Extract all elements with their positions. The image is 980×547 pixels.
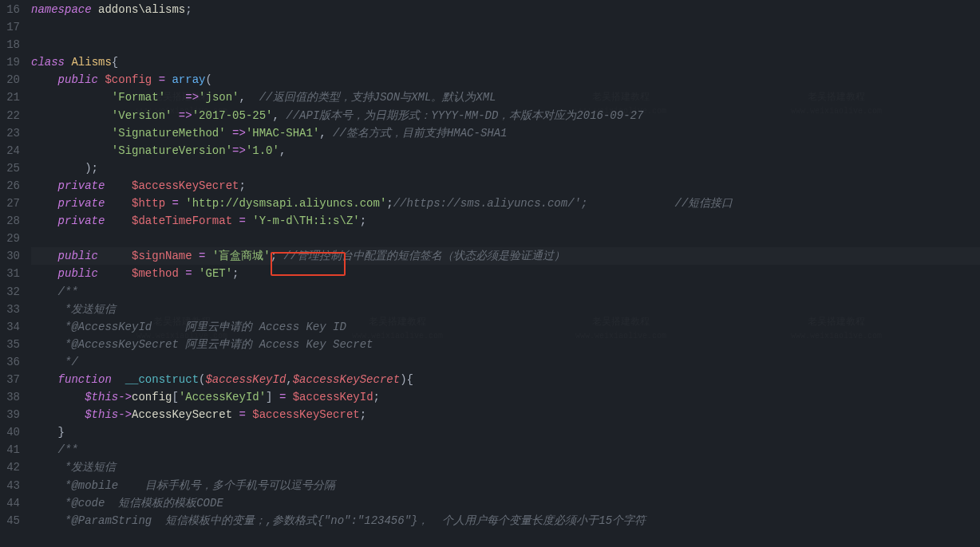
- code-line: [31, 230, 980, 247]
- code-line: *@AccessKeyId 阿里云申请的 Access Key ID: [31, 318, 980, 336]
- code-line: public $config = array(: [31, 71, 980, 89]
- line-number: 39: [0, 406, 20, 423]
- line-number: 38: [0, 388, 20, 406]
- code-line: [31, 36, 980, 53]
- line-number: 26: [0, 177, 20, 195]
- line-number: 24: [0, 142, 20, 159]
- code-line: /**: [31, 283, 980, 301]
- code-line: 'SignatureMethod' =>'HMAC-SHA1', //签名方式，…: [31, 124, 980, 142]
- line-number: 18: [0, 36, 20, 53]
- code-line: */: [31, 353, 980, 371]
- code-line: $this->config['AccessKeyId'] = $accessKe…: [31, 388, 980, 406]
- code-line: *@AccessKeySecret 阿里云申请的 Access Key Secr…: [31, 336, 980, 353]
- code-line: [31, 18, 980, 36]
- code-line: 'Format' =>'json', //返回值的类型，支持JSON与XML。默…: [31, 89, 980, 106]
- line-number: 28: [0, 212, 20, 230]
- code-line: class Alisms{: [31, 53, 980, 71]
- line-number: 42: [0, 458, 20, 476]
- code-line: $this->AccessKeySecret = $accessKeySecre…: [31, 406, 980, 423]
- code-line: *@mobile 目标手机号，多个手机号可以逗号分隔: [31, 477, 980, 494]
- code-area[interactable]: namespace addons\alisms; class Alisms{ p…: [25, 0, 980, 547]
- code-line: public $signName = '盲盒商城'; //管理控制台中配置的短信…: [31, 247, 980, 265]
- line-number: 25: [0, 159, 20, 177]
- line-number: 27: [0, 195, 20, 212]
- line-number: 33: [0, 301, 20, 318]
- line-number: 16: [0, 1, 20, 18]
- code-line: );: [31, 159, 980, 177]
- line-number: 37: [0, 371, 20, 388]
- line-number: 17: [0, 18, 20, 36]
- line-number: 23: [0, 124, 20, 142]
- line-number: 43: [0, 477, 20, 494]
- line-number: 44: [0, 494, 20, 512]
- line-number: 34: [0, 318, 20, 336]
- code-line: public $method = 'GET';: [31, 265, 980, 282]
- code-line: }: [31, 423, 980, 441]
- line-number: 19: [0, 53, 20, 71]
- code-line: 'Version' =>'2017-05-25', //API版本号，为日期形式…: [31, 107, 980, 124]
- code-line: private $http = 'http://dysmsapi.aliyunc…: [31, 195, 980, 212]
- line-number: 45: [0, 512, 20, 529]
- code-line: private $accessKeySecret;: [31, 177, 980, 195]
- code-line: *发送短信: [31, 458, 980, 476]
- line-number: 30: [0, 247, 20, 265]
- line-number: 40: [0, 423, 20, 441]
- line-number: 32: [0, 283, 20, 301]
- line-number-gutter: 1617181920212223242526272829303132333435…: [0, 0, 25, 547]
- line-number: 31: [0, 265, 20, 282]
- code-editor[interactable]: 1617181920212223242526272829303132333435…: [0, 0, 980, 547]
- line-number: 21: [0, 89, 20, 106]
- line-number: 29: [0, 230, 20, 247]
- code-line: *发送短信: [31, 301, 980, 318]
- code-line: *@code 短信模板的模板CODE: [31, 494, 980, 512]
- code-line: private $dateTimeFormat = 'Y-m-d\TH:i:s\…: [31, 212, 980, 230]
- code-line: function __construct($accessKeyId,$acces…: [31, 371, 980, 388]
- line-number: 36: [0, 353, 20, 371]
- line-number: 35: [0, 336, 20, 353]
- line-number: 20: [0, 71, 20, 89]
- line-number: 22: [0, 107, 20, 124]
- code-line: 'SignatureVersion'=>'1.0',: [31, 142, 980, 159]
- code-line: *@ParamString 短信模板中的变量；,参数格式{"no":"12345…: [31, 512, 980, 529]
- code-line: namespace addons\alisms;: [31, 1, 980, 18]
- line-number: 41: [0, 441, 20, 458]
- code-line: /**: [31, 441, 980, 458]
